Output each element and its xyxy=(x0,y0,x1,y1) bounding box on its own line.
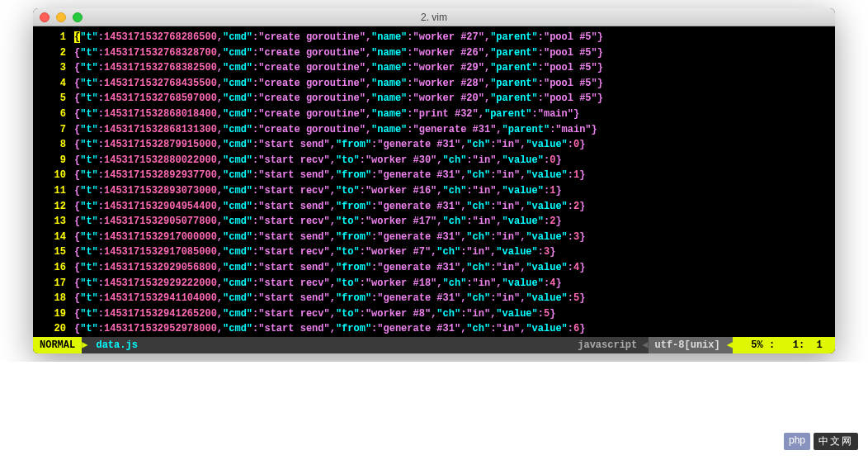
encoding: utf-8[unix] xyxy=(649,337,727,353)
editor-line[interactable]: 1{"t":1453171532768286500,"cmd":"create … xyxy=(40,30,828,45)
line-number: 19 xyxy=(40,306,74,322)
line-number: 1 xyxy=(40,30,74,45)
line-content: {"t":1453171532893073000,"cmd":"start re… xyxy=(74,183,828,199)
line-content: {"t":1453171532904954400,"cmd":"start se… xyxy=(74,199,828,215)
editor-line[interactable]: 15{"t":1453171532917085000,"cmd":"start … xyxy=(40,244,828,260)
line-content: {"t":1453171532929056800,"cmd":"start se… xyxy=(74,260,828,276)
close-icon[interactable] xyxy=(40,12,50,22)
line-number: 4 xyxy=(40,76,74,92)
editor-line[interactable]: 19{"t":1453171532941265200,"cmd":"start … xyxy=(40,306,828,322)
line-content: {"t":1453171532952978000,"cmd":"start se… xyxy=(74,321,828,337)
line-number: 3 xyxy=(40,60,74,76)
line-content: {"t":1453171532879915000,"cmd":"start se… xyxy=(74,137,828,153)
line-content: {"t":1453171532941265200,"cmd":"start re… xyxy=(74,306,828,322)
editor-line[interactable]: 4{"t":1453171532768435500,"cmd":"create … xyxy=(40,76,828,92)
editor-line[interactable]: 18{"t":1453171532941104000,"cmd":"start … xyxy=(40,291,828,306)
line-number: 14 xyxy=(40,230,74,245)
line-content: {"t":1453171532917085000,"cmd":"start re… xyxy=(74,244,828,260)
editor-line[interactable]: 3{"t":1453171532768382500,"cmd":"create … xyxy=(40,60,828,76)
filetype: javascript xyxy=(573,337,642,353)
powerline-separator-icon: ◀ xyxy=(642,337,648,353)
line-number: 17 xyxy=(40,276,74,292)
editor-line[interactable]: 16{"t":1453171532929056800,"cmd":"start … xyxy=(40,260,828,276)
status-bar: NORMAL ▶ data.js javascript ◀ utf-8[unix… xyxy=(33,337,835,353)
line-number: 18 xyxy=(40,291,74,306)
line-number: 20 xyxy=(40,321,74,337)
editor-line[interactable]: 8{"t":1453171532879915000,"cmd":"start s… xyxy=(40,137,828,153)
filename: data.js xyxy=(89,337,573,353)
editor-line[interactable]: 13{"t":1453171532905077800,"cmd":"start … xyxy=(40,214,828,230)
line-number: 16 xyxy=(40,260,74,276)
line-content: {"t":1453171532768597000,"cmd":"create g… xyxy=(74,91,828,107)
powerline-separator-icon: ◀ xyxy=(727,337,733,353)
line-number: 15 xyxy=(40,244,74,260)
line-content: {"t":1453171532941104000,"cmd":"start se… xyxy=(74,291,828,306)
line-content: {"t":1453171532868018400,"cmd":"create g… xyxy=(74,107,828,122)
line-number: 12 xyxy=(40,199,74,215)
titlebar[interactable]: 2. vim xyxy=(33,8,835,26)
line-number: 11 xyxy=(40,183,74,199)
line-number: 6 xyxy=(40,107,74,122)
line-number: 9 xyxy=(40,153,74,168)
editor-line[interactable]: 11{"t":1453171532893073000,"cmd":"start … xyxy=(40,183,828,199)
terminal-window: 2. vim 1{"t":1453171532768286500,"cmd":"… xyxy=(33,8,835,353)
line-content: {"t":1453171532880022000,"cmd":"start re… xyxy=(74,153,828,168)
editor-line[interactable]: 2{"t":1453171532768328700,"cmd":"create … xyxy=(40,45,828,61)
line-content: {"t":1453171532768328700,"cmd":"create g… xyxy=(74,45,828,61)
line-content: {"t":1453171532905077800,"cmd":"start re… xyxy=(74,214,828,230)
line-number: 7 xyxy=(40,122,74,138)
line-number: 5 xyxy=(40,91,74,107)
editor-viewport[interactable]: 1{"t":1453171532768286500,"cmd":"create … xyxy=(33,26,835,337)
line-content: {"t":1453171532868131300,"cmd":"create g… xyxy=(74,122,828,138)
editor-line[interactable]: 10{"t":1453171532892937700,"cmd":"start … xyxy=(40,168,828,183)
line-number: 2 xyxy=(40,45,74,61)
line-number: 8 xyxy=(40,137,74,153)
editor-line[interactable]: 9{"t":1453171532880022000,"cmd":"start r… xyxy=(40,153,828,168)
maximize-icon[interactable] xyxy=(73,12,83,22)
line-content: {"t":1453171532929222000,"cmd":"start re… xyxy=(74,276,828,292)
line-content: {"t":1453171532768286500,"cmd":"create g… xyxy=(74,30,828,45)
editor-line[interactable]: 12{"t":1453171532904954400,"cmd":"start … xyxy=(40,199,828,215)
traffic-lights xyxy=(40,12,83,22)
line-content: {"t":1453171532892937700,"cmd":"start se… xyxy=(74,168,828,183)
line-content: {"t":1453171532917000000,"cmd":"start se… xyxy=(74,230,828,245)
cursor-position: 5% : 1: 1 xyxy=(733,337,835,353)
line-number: 13 xyxy=(40,214,74,230)
editor-line[interactable]: 6{"t":1453171532868018400,"cmd":"create … xyxy=(40,107,828,122)
line-content: {"t":1453171532768435500,"cmd":"create g… xyxy=(74,76,828,92)
line-content: {"t":1453171532768382500,"cmd":"create g… xyxy=(74,60,828,76)
minimize-icon[interactable] xyxy=(56,12,66,22)
editor-line[interactable]: 17{"t":1453171532929222000,"cmd":"start … xyxy=(40,276,828,292)
line-number: 10 xyxy=(40,168,74,183)
editor-line[interactable]: 7{"t":1453171532868131300,"cmd":"create … xyxy=(40,122,828,138)
window-title: 2. vim xyxy=(421,12,447,23)
vim-mode: NORMAL xyxy=(33,337,82,353)
editor-line[interactable]: 20{"t":1453171532952978000,"cmd":"start … xyxy=(40,321,828,337)
editor-line[interactable]: 5{"t":1453171532768597000,"cmd":"create … xyxy=(40,91,828,107)
powerline-separator-icon: ▶ xyxy=(82,337,89,353)
editor-line[interactable]: 14{"t":1453171532917000000,"cmd":"start … xyxy=(40,230,828,245)
